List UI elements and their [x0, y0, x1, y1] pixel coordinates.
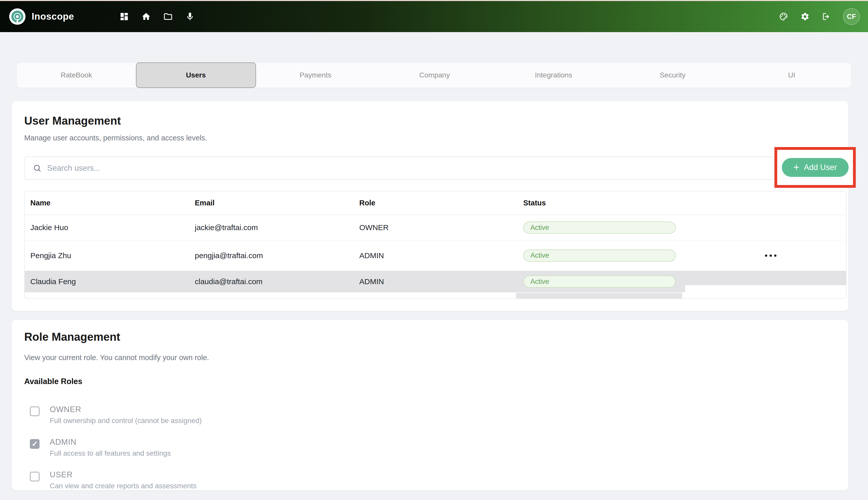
role-description: Full ownership and control (cannot be as… — [50, 417, 202, 425]
col-header-name: Name — [25, 199, 189, 207]
col-header-status: Status — [518, 199, 846, 207]
user-management-card: User Management Manage user accounts, pe… — [12, 101, 848, 311]
dashboard-icon[interactable] — [119, 12, 129, 21]
user-name: Jackie Huo — [25, 223, 189, 232]
popup-overlay-artifact — [685, 285, 847, 299]
user-name: Pengjia Zhu — [25, 251, 189, 260]
row-actions-menu-icon[interactable] — [763, 252, 779, 259]
role-description: Can view and create reports and assessme… — [50, 482, 197, 490]
col-header-role: Role — [354, 199, 518, 207]
role-name: USER — [50, 470, 73, 479]
tab-ratebook[interactable]: RateBook — [17, 63, 136, 88]
user-role: ADMIN — [354, 277, 518, 286]
role-management-card: Role Management View your current role. … — [12, 320, 848, 490]
inoscope-logo-icon — [9, 8, 25, 25]
folder-icon[interactable] — [163, 12, 173, 21]
tab-security[interactable]: Security — [613, 63, 732, 88]
role-item-owner: OWNER Full ownership and control (cannot… — [12, 405, 848, 435]
table-row[interactable]: Pengjia Zhu pengjia@traftai.com ADMIN Ac… — [25, 240, 846, 271]
role-management-subtitle: View your current role. You cannot modif… — [24, 353, 209, 362]
role-management-title: Role Management — [24, 331, 120, 343]
user-email: pengjia@traftai.com — [189, 251, 354, 260]
owner-checkbox[interactable] — [30, 407, 40, 416]
logout-icon[interactable] — [822, 12, 831, 21]
role-name: ADMIN — [50, 438, 77, 447]
app-header: Inoscope CF — [0, 1, 868, 32]
table-header-row: Name Email Role Status — [25, 191, 846, 215]
tab-integrations[interactable]: Integrations — [494, 63, 613, 88]
user-role: OWNER — [354, 223, 518, 232]
plus-icon — [793, 162, 799, 173]
user-name: Claudia Feng — [25, 277, 189, 286]
user-email: jackie@traftai.com — [189, 223, 354, 232]
partial-row-artifact — [516, 293, 682, 299]
header-actions: CF — [779, 8, 860, 25]
role-item-user: USER Can view and create reports and ass… — [12, 470, 848, 490]
page-subtitle: Manage user accounts, permissions, and a… — [24, 134, 207, 142]
tab-company[interactable]: Company — [375, 63, 494, 88]
admin-checkbox-checked[interactable] — [30, 439, 40, 449]
status-badge[interactable]: Active — [523, 250, 676, 262]
brand-name: Inoscope — [32, 11, 74, 22]
add-user-button[interactable]: Add User — [782, 158, 849, 177]
settings-gear-icon[interactable] — [800, 12, 810, 21]
tab-ui[interactable]: UI — [732, 63, 851, 88]
tab-payments[interactable]: Payments — [256, 63, 375, 88]
search-users-box — [24, 157, 774, 180]
settings-tab-bar: RateBook Users Payments Company Integrat… — [16, 62, 852, 88]
col-header-email: Email — [189, 199, 354, 207]
user-checkbox[interactable] — [30, 472, 40, 481]
user-avatar[interactable]: CF — [843, 8, 860, 25]
role-description: Full access to all features and settings — [50, 449, 171, 457]
microphone-icon[interactable] — [185, 12, 195, 21]
annotation-highlight-box: Add User — [775, 147, 856, 188]
user-role: ADMIN — [354, 251, 518, 260]
page-title: User Management — [24, 114, 121, 127]
users-table: Name Email Role Status Jackie Huo jackie… — [24, 191, 847, 299]
role-name: OWNER — [50, 405, 81, 414]
status-badge[interactable]: Active — [523, 275, 676, 288]
role-item-admin: ADMIN Full access to all features and se… — [12, 438, 848, 468]
header-nav — [119, 12, 195, 21]
search-icon — [33, 164, 42, 172]
search-users-input[interactable] — [47, 163, 736, 173]
table-row[interactable]: Jackie Huo jackie@traftai.com OWNER Acti… — [25, 215, 846, 240]
palette-icon[interactable] — [779, 12, 788, 21]
home-icon[interactable] — [141, 12, 151, 21]
tab-users[interactable]: Users — [136, 62, 256, 88]
add-user-label: Add User — [804, 163, 837, 172]
user-email: claudia@traftai.com — [189, 277, 354, 286]
available-roles-heading: Available Roles — [24, 377, 82, 386]
brand: Inoscope — [9, 8, 74, 25]
status-badge[interactable]: Active — [523, 221, 676, 234]
